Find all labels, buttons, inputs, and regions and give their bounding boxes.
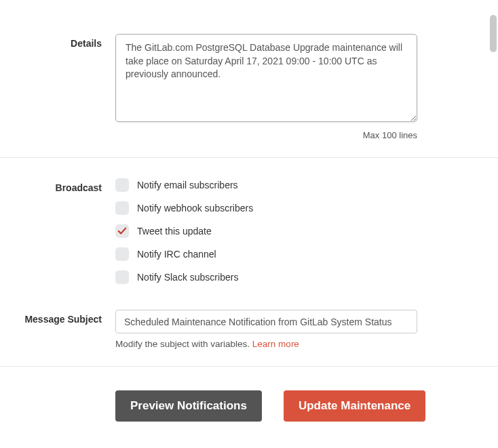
subject-label: Message Subject <box>14 310 115 325</box>
broadcast-options: Notify email subscribers Notify webhook … <box>115 178 417 293</box>
learn-more-link[interactable]: Learn more <box>252 339 299 349</box>
subject-helper-text: Modify the subject with variables. <box>115 339 252 349</box>
checkbox-label: Notify webhook subscribers <box>137 203 253 213</box>
broadcast-option-slack[interactable]: Notify Slack subscribers <box>115 270 417 284</box>
checkbox-label: Notify email subscribers <box>137 180 238 190</box>
section-divider-2 <box>0 366 498 367</box>
subject-row: Message Subject Modify the subject with … <box>0 310 498 349</box>
details-textarea[interactable] <box>115 34 417 122</box>
checkbox-tweet[interactable] <box>115 224 129 238</box>
details-label: Details <box>14 34 115 49</box>
details-hint: Max 100 lines <box>115 130 417 140</box>
broadcast-label: Broadcast <box>14 178 115 193</box>
broadcast-option-webhook[interactable]: Notify webhook subscribers <box>115 201 417 215</box>
subject-helper: Modify the subject with variables. Learn… <box>115 339 417 349</box>
checkbox-label: Notify IRC channel <box>137 249 216 260</box>
check-icon <box>117 226 127 236</box>
section-divider <box>0 157 498 158</box>
checkbox-irc[interactable] <box>115 247 129 261</box>
broadcast-option-email[interactable]: Notify email subscribers <box>115 178 417 192</box>
checkbox-email[interactable] <box>115 178 129 192</box>
broadcast-option-tweet[interactable]: Tweet this update <box>115 224 417 238</box>
checkbox-label: Tweet this update <box>137 226 212 237</box>
details-row: Details Max 100 lines <box>0 34 498 140</box>
checkbox-webhook[interactable] <box>115 201 129 215</box>
broadcast-option-irc[interactable]: Notify IRC channel <box>115 247 417 261</box>
checkbox-label: Notify Slack subscribers <box>137 272 238 283</box>
subject-input[interactable] <box>115 310 417 333</box>
update-button[interactable]: Update Maintenance <box>284 390 425 422</box>
scrollbar-thumb[interactable] <box>490 15 497 52</box>
checkbox-slack[interactable] <box>115 270 129 284</box>
action-buttons: Preview Notifications Update Maintenance <box>0 390 498 422</box>
preview-button[interactable]: Preview Notifications <box>115 390 262 422</box>
broadcast-row: Broadcast Notify email subscribers Notif… <box>0 178 498 293</box>
